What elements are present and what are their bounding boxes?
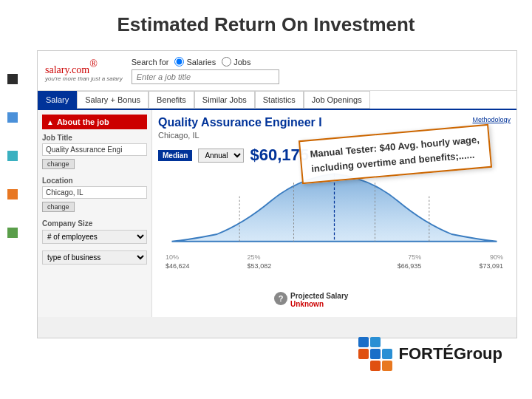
search-area: Search for Salaries Jobs xyxy=(132,57,509,84)
salaries-label: Salaries xyxy=(186,58,216,66)
forte-cell-5 xyxy=(370,349,381,359)
location-label: Location xyxy=(42,177,147,185)
forte-cell-6 xyxy=(382,349,392,359)
pct-10: 10% xyxy=(166,253,179,261)
forte-cell-9 xyxy=(382,361,392,371)
tab-statistics[interactable]: Statistics xyxy=(255,91,304,109)
forte-name: FORTÉGroup xyxy=(398,344,502,364)
forte-group-area: FORTÉGroup xyxy=(358,337,502,371)
browser-frame: salary.com® you're more than just a sala… xyxy=(37,50,517,338)
logo-reg: ® xyxy=(89,58,98,69)
group-text: Group xyxy=(454,344,502,363)
forte-text: FORTÉ xyxy=(398,344,454,363)
forte-cell-1 xyxy=(358,337,369,347)
square-1 xyxy=(7,74,18,84)
pct-75: 75% xyxy=(408,253,421,261)
page-title: Estimated Return On Investment xyxy=(0,0,532,44)
company-size-label: Company Size xyxy=(42,219,147,228)
job-title-value: Quality Assurance Engi xyxy=(42,143,147,156)
job-title-label: Job Title xyxy=(42,134,147,142)
salary-body: ▲ About the job Job Title Quality Assura… xyxy=(38,110,516,317)
bell-curve-svg xyxy=(158,169,511,250)
location-value: Chicago, IL xyxy=(42,186,147,199)
jobs-radio[interactable] xyxy=(222,57,231,66)
val-10: $46,624 xyxy=(166,262,190,270)
salaries-radio-label[interactable]: Salaries xyxy=(174,57,216,66)
forte-cell-2 xyxy=(370,337,381,347)
jobs-label: Jobs xyxy=(233,58,250,66)
forte-cell-3 xyxy=(382,337,392,347)
salary-nav: Salary Salary + Bonus Benefits Similar J… xyxy=(38,91,516,110)
salary-logo: salary.com® you're more than just a sala… xyxy=(45,59,123,82)
tab-salary[interactable]: Salary xyxy=(38,91,77,109)
salaries-radio[interactable] xyxy=(174,57,184,66)
search-input-row xyxy=(132,69,509,84)
change-job-btn[interactable]: change xyxy=(42,159,75,169)
projected-text: Projected Salary Unknown xyxy=(290,292,348,308)
industry-select[interactable]: type of business xyxy=(42,250,147,265)
forte-cell-7 xyxy=(358,361,369,371)
change-location-btn[interactable]: change xyxy=(42,202,75,212)
search-radios: Search for Salaries Jobs xyxy=(132,57,509,66)
employees-select[interactable]: # of employees xyxy=(42,230,147,244)
sidebar-header-label: About the job xyxy=(57,117,109,126)
projected-salary-box: ? Projected Salary Unknown xyxy=(274,292,348,308)
forte-cell-8 xyxy=(370,361,381,371)
val-90: $73,091 xyxy=(479,262,503,270)
projected-value: Unknown xyxy=(290,300,348,308)
chart-area: 10% 25% mid 75% 90% $46,624 $53,082 mid … xyxy=(158,169,511,250)
projected-label: Projected Salary xyxy=(290,292,348,300)
val-75: $66,935 xyxy=(398,262,422,270)
val-25: $53,082 xyxy=(248,262,272,270)
salary-header: salary.com® you're more than just a sala… xyxy=(38,51,516,91)
square-5 xyxy=(7,228,18,238)
logo-main-text: salary xyxy=(45,64,69,75)
pct-90: 90% xyxy=(490,253,503,261)
tab-salary-bonus[interactable]: Salary + Bonus xyxy=(77,91,149,109)
chart-percentiles: 10% 25% mid 75% 90% xyxy=(158,253,511,261)
square-3 xyxy=(7,151,18,161)
median-badge: Median xyxy=(158,150,192,161)
tab-benefits[interactable]: Benefits xyxy=(149,91,194,109)
methodology-link[interactable]: Methodology xyxy=(472,116,511,123)
tab-similar-jobs[interactable]: Similar Jobs xyxy=(194,91,255,109)
square-2 xyxy=(7,112,18,123)
forte-cell-4 xyxy=(358,349,369,359)
square-4 xyxy=(7,189,18,200)
decorative-squares xyxy=(7,74,18,238)
tab-job-openings[interactable]: Job Openings xyxy=(304,91,370,109)
logo-tagline: you're more than just a salary xyxy=(45,76,123,82)
projected-icon: ? xyxy=(274,292,287,305)
main-content: salary.com® you're more than just a sala… xyxy=(22,50,517,377)
logo-text: salary.com® xyxy=(45,59,123,76)
search-input[interactable] xyxy=(132,69,279,84)
pct-25: 25% xyxy=(248,253,261,261)
chart-values: $46,624 $53,082 mid $66,935 $73,091 xyxy=(158,262,511,270)
salary-main-content: Methodology Quality Assurance Engineer I… xyxy=(152,110,516,317)
logo-ext: .com xyxy=(69,64,90,75)
search-label: Search for xyxy=(132,58,169,66)
sidebar-header: ▲ About the job xyxy=(42,115,147,129)
sidebar: ▲ About the job Job Title Quality Assura… xyxy=(38,110,152,317)
jobs-radio-label[interactable]: Jobs xyxy=(222,57,250,66)
median-type-select[interactable]: Annual xyxy=(198,149,244,163)
forte-logo-grid xyxy=(358,337,392,371)
